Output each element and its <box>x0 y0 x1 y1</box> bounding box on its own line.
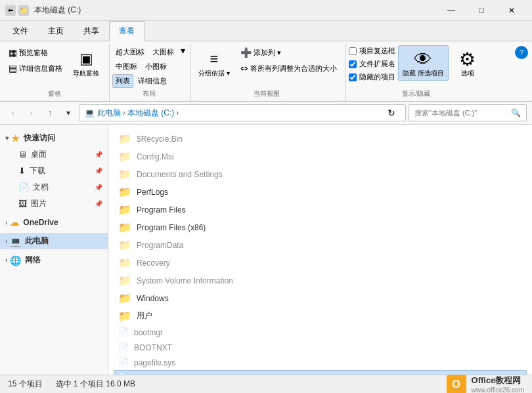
nav-pane-button[interactable]: ▣ 导航窗格 <box>68 45 104 81</box>
breadcrumb-drive[interactable]: 本地磁盘 (C:) <box>127 108 174 119</box>
options-button[interactable]: ⚙ 选项 <box>451 45 484 81</box>
large-icons-button[interactable]: 大图标 <box>149 45 177 59</box>
title-bar: ⬅ 📁 本地磁盘 (C:) — □ ✕ <box>0 0 532 21</box>
search-icon: 🔍 <box>511 108 521 117</box>
add-column-icon: ➕ <box>240 47 252 58</box>
maximize-button[interactable]: □ <box>466 0 497 21</box>
list-view-button[interactable]: 列表 <box>112 74 133 88</box>
file-item-progfilesx86[interactable]: 📁 Program Files (x86) <box>114 218 527 236</box>
hidden-items-checkbox[interactable] <box>349 73 357 81</box>
minimize-button[interactable]: — <box>436 0 466 21</box>
preview-pane-label: 预览窗格 <box>19 48 48 58</box>
thispc-label: 此电脑 <box>25 236 49 247</box>
help-button[interactable]: ? <box>515 46 528 59</box>
breadcrumb-root-icon: 💻 <box>85 108 95 117</box>
forward-button[interactable]: › <box>24 105 39 121</box>
layout-expand-icon[interactable]: ▾ <box>181 45 185 56</box>
pictures-icon: 🖼 <box>18 199 27 209</box>
folder-icon-recycle: 📁 <box>118 133 131 145</box>
fit-columns-button[interactable]: ⇔ 将所有列调整为合适的大小 <box>237 61 340 75</box>
file-icon-swapfile: 📄 <box>118 373 129 375</box>
extension-checkbox-row: 文件扩展名 <box>349 58 395 70</box>
medium-icons-button[interactable]: 中图标 <box>112 60 141 73</box>
folder-icon-progfiles: 📁 <box>118 203 131 216</box>
file-item-windows[interactable]: 📁 Windows <box>114 289 527 307</box>
tab-home[interactable]: 主页 <box>38 21 74 41</box>
sort-by-button[interactable]: ≡ 分组依据 ▾ <box>194 45 234 81</box>
address-bar: 💻 此电脑 › 本地磁盘 (C:) › ↻ <box>79 104 406 121</box>
extra-large-icons-label: 超大图标 <box>116 47 144 57</box>
sidebar-item-desktop[interactable]: 🖥 桌面 📌 <box>0 146 108 163</box>
file-item-bootnxt[interactable]: 📄 BOOTNXT <box>114 340 527 355</box>
small-icons-button[interactable]: 小图标 <box>142 60 170 73</box>
extra-large-icons-button[interactable]: 超大图标 <box>112 45 148 59</box>
preview-pane-icon: ▦ <box>9 47 17 58</box>
extension-checkbox[interactable] <box>349 60 357 68</box>
file-name-pagefile: pagefile.sys <box>134 358 175 367</box>
onedrive-arrow: › <box>5 219 7 226</box>
thispc-header[interactable]: › 💻 此电脑 <box>0 233 108 249</box>
recent-button[interactable]: ▾ <box>60 105 76 121</box>
folder-icon-sysvolinfo: 📁 <box>118 274 131 287</box>
file-item-sysvolinfo[interactable]: 📁 System Volume Information <box>114 272 527 289</box>
desktop-icon: 🖥 <box>18 150 27 159</box>
tab-file[interactable]: 文件 <box>3 21 38 41</box>
file-item-config[interactable]: 📁 Config.Msi <box>114 148 527 165</box>
sidebar-item-downloads[interactable]: ⬇ 下载 📌 <box>0 163 108 179</box>
file-item-progfiles[interactable]: 📁 Program Files <box>114 201 527 218</box>
tab-share[interactable]: 共享 <box>74 21 109 41</box>
fit-columns-icon: ⇔ <box>240 63 248 73</box>
documents-pin-icon: 📌 <box>95 184 102 191</box>
sort-by-icon: ≡ <box>204 49 225 70</box>
file-item-recycle[interactable]: 📁 $Recycle.Bin <box>114 130 527 148</box>
file-name-perflogs: PerfLogs <box>137 188 168 197</box>
breadcrumb-thispc[interactable]: 此电脑 <box>97 108 121 119</box>
onedrive-section: › ☁ OneDrive <box>0 215 108 230</box>
tab-view[interactable]: 查看 <box>109 21 144 41</box>
downloads-icon: ⬇ <box>18 166 26 176</box>
preview-pane-button[interactable]: ▦ 预览窗格 <box>5 45 66 60</box>
layout-group-content: 超大图标 大图标 中图标 小图标 <box>112 45 185 88</box>
file-name-windows: Windows <box>137 294 169 303</box>
file-name-recovery: Recovery <box>137 259 170 268</box>
quick-access-header[interactable]: ▾ ★ 快速访问 <box>0 130 108 146</box>
app-icon-folder: 📁 <box>18 5 29 16</box>
search-input[interactable] <box>414 109 511 117</box>
folder-icon-perflogs: 📁 <box>118 186 131 198</box>
file-item-docsettings[interactable]: 📁 Documents and Settings <box>114 165 527 183</box>
file-item-recovery[interactable]: 📁 Recovery <box>114 254 527 272</box>
file-icon-bootmgr: 📄 <box>118 327 129 337</box>
up-button[interactable]: ↑ <box>42 105 58 121</box>
panes-group-content: ▦ 预览窗格 ▤ 详细信息窗格 ▣ 导航窗格 <box>5 45 104 88</box>
breadcrumb-sep2: › <box>176 108 179 117</box>
file-item-pagefile[interactable]: 📄 pagefile.sys <box>114 355 527 370</box>
details-pane-button[interactable]: ▤ 详细信息窗格 <box>5 61 66 75</box>
sidebar-item-documents[interactable]: 📄 文档 📌 <box>0 179 108 196</box>
breadcrumb-sep1: › <box>123 108 125 117</box>
total-items: 15 个项目 <box>8 379 43 390</box>
hidden-items-checkbox-label: 隐藏的项目 <box>359 72 395 82</box>
file-item-perflogs[interactable]: 📁 PerfLogs <box>114 183 527 201</box>
refresh-button[interactable]: ↻ <box>383 104 400 121</box>
network-label: 网络 <box>25 255 41 266</box>
back-button[interactable]: ‹ <box>5 105 21 121</box>
onedrive-header[interactable]: › ☁ OneDrive <box>0 215 108 230</box>
file-item-bootmgr[interactable]: 📄 bootmgr <box>114 325 527 340</box>
currentview-group-content: ≡ 分组依据 ▾ ➕ 添加列 ▾ ⇔ 将所有列调整为合适的大小 <box>194 45 340 88</box>
folder-icon-docsettings: 📁 <box>118 168 131 180</box>
sidebar-item-pictures[interactable]: 🖼 图片 📌 <box>0 196 108 212</box>
ribbon: 文件 主页 共享 查看 ? ▦ 预览窗格 ▤ 详细信息窗格 <box>0 21 532 102</box>
file-name-bootmgr: bootmgr <box>134 328 163 337</box>
add-column-button[interactable]: ➕ 添加列 ▾ <box>237 45 340 60</box>
sidebar-item-pictures-label: 图片 <box>31 198 47 209</box>
details-view-label: 详细信息 <box>138 76 167 86</box>
file-name-progfilesx86: Program Files (x86) <box>137 223 206 232</box>
details-view-button[interactable]: 详细信息 <box>135 74 170 88</box>
hide-selected-button[interactable]: 👁 隐藏 所选项目 <box>398 45 449 81</box>
file-item-users[interactable]: 📁 用户 <box>114 307 527 325</box>
file-item-programdata[interactable]: 📁 ProgramData <box>114 236 527 254</box>
network-header[interactable]: › 🌐 网络 <box>0 252 108 268</box>
close-button[interactable]: ✕ <box>497 0 527 21</box>
item-checkbox[interactable] <box>349 47 357 55</box>
folder-icon-recovery: 📁 <box>118 257 131 269</box>
